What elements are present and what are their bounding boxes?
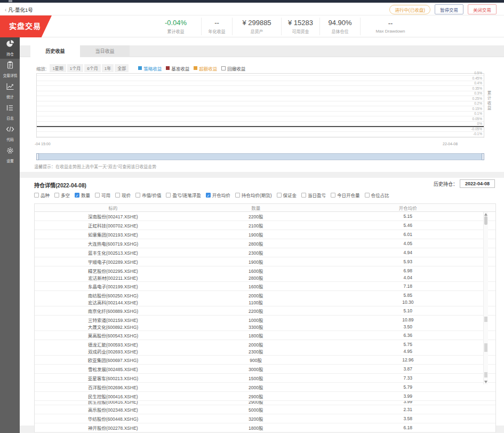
- filter-保证金[interactable]: 保证金: [277, 192, 297, 198]
- gridline: [37, 136, 484, 137]
- close-trading-button[interactable]: 关闭交易: [468, 4, 497, 14]
- range-handle-left[interactable]: [36, 153, 39, 160]
- cell-instrument: 莫高股份(600543.XSHG): [35, 332, 191, 338]
- legend-item-超额收益[interactable]: 超额收益: [194, 65, 217, 72]
- range-button-全部[interactable]: 全部: [115, 64, 129, 72]
- checkbox-unchecked-icon[interactable]: [365, 193, 370, 198]
- filter-今日开仓量[interactable]: 今日开仓量: [331, 192, 360, 198]
- breadcrumb[interactable]: ‹凡-量化1号: [5, 6, 33, 13]
- checkbox-unchecked-icon[interactable]: [277, 193, 282, 198]
- table-row[interactable]: 民生控股(000416.XSHE)2900股3.99: [35, 392, 495, 401]
- table-row[interactable]: 欧亚集团(600697.XSHG)900股12.96: [35, 356, 495, 365]
- range-button-1个月[interactable]: 1个月: [67, 64, 83, 72]
- cell-instrument: 宇顺电子(002289.XSHE): [35, 258, 191, 265]
- table-row-line: 百洋股份(002696.XSHE)2000股5.79: [35, 383, 495, 391]
- table-row[interactable]: 蓝丰生化(002513.XSHE)2300股4.94: [35, 248, 495, 257]
- filter-可用[interactable]: 可用: [95, 192, 110, 198]
- table-row[interactable]: 东晶电子(002199.XSHE)1600股7.18: [35, 282, 495, 291]
- table-row[interactable]: 民生控股(000416.XSHE)2900股3.99: [35, 401, 495, 405]
- table-row[interactable]: 如意集团(002193.XSHE)1900股6.01: [35, 230, 495, 239]
- sidebar-item-日志[interactable]: 日志: [0, 101, 20, 123]
- sidebar-item-代码[interactable]: 代码: [0, 123, 20, 144]
- filter-数量[interactable]: ✓数量: [75, 192, 90, 198]
- tab-当日收益[interactable]: 当日收益: [80, 45, 130, 57]
- cell-quantity: 1600股: [191, 267, 321, 274]
- sidebar-item-设置[interactable]: 设置: [0, 144, 20, 166]
- cell-quantity: 2200股: [191, 308, 321, 314]
- table-row[interactable]: 南纺股份(600250.XSHG)2000股5.85宏达高科(002144.XS…: [35, 291, 495, 306]
- table-row[interactable]: 百洋股份(002696.XSHE)2000股5.79: [35, 383, 495, 392]
- checkbox-unchecked-icon[interactable]: [95, 193, 100, 198]
- sidebar: 持仓交易详情统计日志代码设置: [0, 37, 20, 433]
- stats-icon: [6, 82, 14, 93]
- filter-盈亏/逐笔浮盈[interactable]: 盈亏/逐笔浮盈: [166, 192, 201, 198]
- table-row[interactable]: 雪松发展(002485.XSHE)3000股3.87: [35, 365, 495, 374]
- range-button-1年[interactable]: 1年: [102, 64, 114, 72]
- checkbox-checked-icon[interactable]: ✓: [206, 193, 211, 198]
- checkbox-unchecked-icon[interactable]: [54, 193, 59, 198]
- table-row[interactable]: 三特索道(002159.XSHE)1000股10.89大晟文化(600892.X…: [35, 316, 495, 331]
- cell-open-price: 6.98: [321, 268, 495, 273]
- legend-item-策略收益[interactable]: 策略收益: [138, 65, 162, 72]
- back-chevron-icon[interactable]: ‹: [5, 7, 6, 13]
- checkbox-unchecked-icon[interactable]: [34, 193, 39, 198]
- checkbox-unchecked-icon[interactable]: [115, 193, 120, 198]
- table-row[interactable]: 深南股份(002417.XSHE)2200股5.15: [35, 212, 495, 221]
- history-position-label: 历史持仓：: [434, 180, 458, 187]
- sidebar-item-持仓[interactable]: 持仓: [0, 37, 20, 59]
- checkbox-unchecked-icon[interactable]: [135, 193, 140, 198]
- scrollbar-mark: [484, 372, 487, 377]
- table-row[interactable]: 华纺股份(600448.XSHG)3200股3.58: [35, 414, 495, 423]
- cell-instrument: 百洋股份(002696.XSHE): [35, 384, 191, 390]
- filter-开仓均价[interactable]: ✓开仓均价: [206, 192, 230, 198]
- tab-历史收益[interactable]: 历史收益: [30, 45, 80, 57]
- table-row[interactable]: 大连热电(600719.XSHG)2800股4.05: [35, 239, 495, 248]
- chart-plot[interactable]: 0.5%0.45%0.4%0.35%0.3%0.25%0.2%0.15%0.1%…: [36, 73, 484, 138]
- legend-label: 超额收益: [199, 65, 217, 72]
- table-row[interactable]: 南京化纤(600889.XSHG)2200股5.10: [35, 306, 495, 316]
- range-button-1星期[interactable]: 1星期: [50, 64, 66, 72]
- table-row[interactable]: 正虹科技(000702.XSHE)2100股5.46: [35, 221, 495, 230]
- range-handle-right[interactable]: [482, 153, 484, 160]
- table-row[interactable]: 莫高股份(600543.XSHG)1800股6.36: [35, 331, 495, 340]
- table-scrollbar[interactable]: [483, 212, 488, 384]
- filter-现价[interactable]: 现价: [115, 192, 131, 198]
- filter-当日盈亏[interactable]: 当日盈亏: [301, 192, 326, 198]
- cell-quantity: 2100股: [191, 222, 321, 229]
- scrollbar-down-icon[interactable]: [484, 381, 487, 383]
- table-row[interactable]: 亚星客车(600213.XSHG)1500股7.33: [35, 374, 495, 383]
- filter-持仓均价(期货)[interactable]: 持仓均价(期货): [235, 192, 272, 198]
- legend-label: 基准收益: [171, 65, 189, 72]
- checkbox-unchecked-icon[interactable]: [331, 193, 335, 198]
- checkbox-unchecked-icon[interactable]: [301, 193, 306, 198]
- pause-trading-button[interactable]: 暂停交易: [435, 4, 463, 14]
- cell-quantity: 3200股: [191, 415, 321, 422]
- table-row[interactable]: 德龙汇能(000593.XSHE)2000股5.75双成药业(002693.XS…: [35, 340, 495, 356]
- table-row[interactable]: 宇顺电子(002289.XSHE)1900股5.93: [35, 257, 495, 266]
- scrollbar-mark: [484, 317, 487, 322]
- cell-open-price: 3.99: [321, 393, 495, 399]
- checkbox-unchecked-icon[interactable]: [166, 193, 171, 198]
- legend-item-基准收益[interactable]: 基准收益: [166, 65, 189, 72]
- legend-item-回撤收益[interactable]: 回撤收益: [221, 65, 245, 72]
- filter-label: 市值/价值: [142, 192, 161, 198]
- filter-品种[interactable]: 品种: [34, 192, 50, 198]
- sidebar-item-交易详情[interactable]: 交易详情: [0, 59, 20, 80]
- range-button-6个月[interactable]: 6个月: [84, 64, 100, 72]
- checkbox-unchecked-icon[interactable]: [235, 193, 240, 198]
- checkbox-checked-icon[interactable]: ✓: [75, 193, 79, 198]
- filter-市值/价值[interactable]: 市值/价值: [135, 192, 161, 198]
- stat-可用资金: ¥ 15283可用资金: [282, 18, 320, 35]
- sidebar-item-统计[interactable]: 统计: [0, 80, 20, 101]
- filter-多空[interactable]: 多空: [54, 192, 70, 198]
- history-date-input[interactable]: 2022-04-08: [460, 179, 495, 188]
- y-tick-label: 0.3%: [474, 91, 482, 95]
- table-row[interactable]: 精艺股份(002295.XSHE)1600股6.98宏达新材(002211.XS…: [35, 266, 495, 282]
- scrollbar-up-icon[interactable]: [484, 213, 487, 216]
- table-row[interactable]: 神开股份(002278.XSHE)1800股6.18: [35, 423, 495, 432]
- range-selector[interactable]: [36, 153, 484, 160]
- scrollbar-thumb[interactable]: [484, 216, 487, 225]
- legend-checkbox[interactable]: [221, 66, 226, 70]
- filter-仓位占比[interactable]: 仓位占比: [365, 192, 389, 198]
- table-row[interactable]: 高乐股份(002348.XSHE)5000股2.31: [35, 405, 495, 414]
